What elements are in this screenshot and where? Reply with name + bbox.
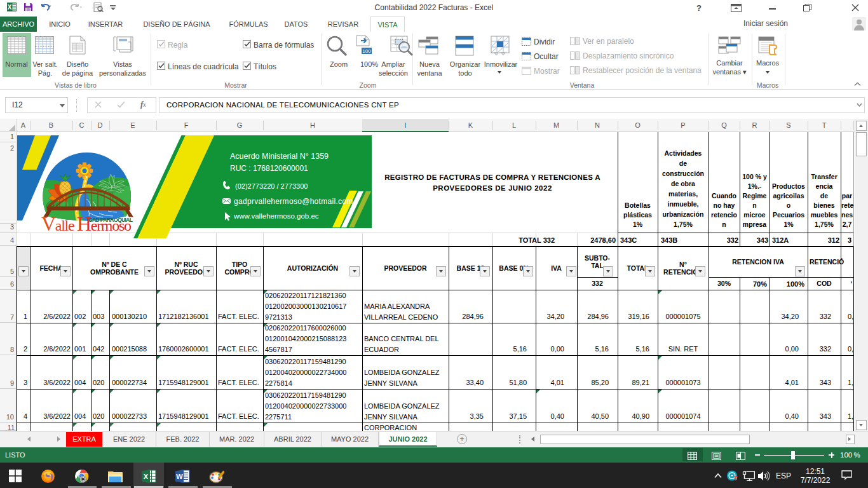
svg-text:Acuerdo Ministerial N° 1359: Acuerdo Ministerial N° 1359 bbox=[230, 152, 329, 161]
svg-text:www.vallehermoso.gob.ec: www.vallehermoso.gob.ec bbox=[233, 212, 319, 220]
svg-text:W: W bbox=[176, 473, 183, 480]
svg-text:GAD PARROQUIAL: GAD PARROQUIAL bbox=[88, 217, 133, 223]
svg-text:!: ! bbox=[736, 477, 737, 480]
svg-text:(02)2773220 / 2773300: (02)2773220 / 2773300 bbox=[235, 182, 308, 190]
svg-text:X: X bbox=[144, 473, 149, 480]
svg-text:gadprvallehermoso@hotmail.com: gadprvallehermoso@hotmail.com bbox=[234, 197, 353, 206]
svg-text:RUC : 1768120600001: RUC : 1768120600001 bbox=[230, 164, 308, 173]
svg-text:100: 100 bbox=[362, 48, 371, 54]
